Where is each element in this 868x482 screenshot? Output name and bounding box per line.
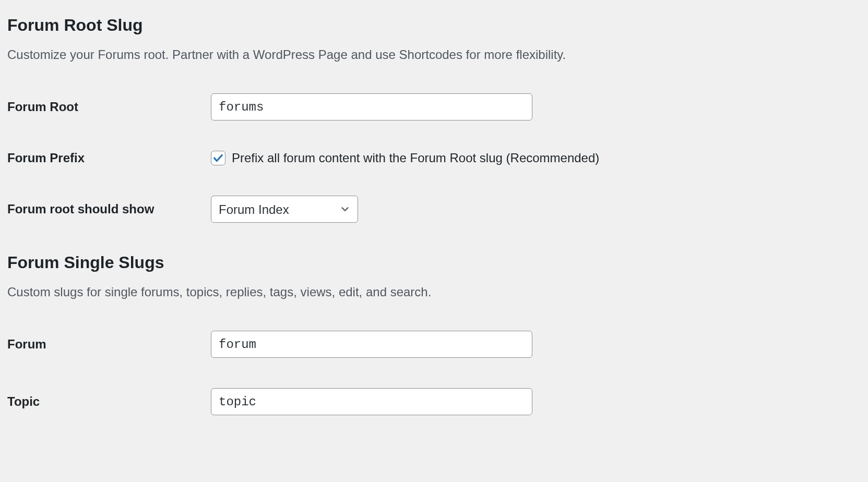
forum-prefix-control: Prefix all forum content with the Forum … [211, 151, 861, 165]
forum-root-label: Forum Root [7, 100, 211, 114]
section-description-single: Custom slugs for single forums, topics, … [7, 285, 861, 299]
form-row-forum-root: Forum Root [7, 93, 861, 121]
form-row-forum-prefix: Forum Prefix Prefix all forum content wi… [7, 151, 861, 165]
forum-single-slugs-section: Forum Single Slugs Custom slugs for sing… [7, 253, 861, 415]
topic-label: Topic [7, 394, 211, 409]
forum-root-slug-section: Forum Root Slug Customize your Forums ro… [7, 16, 861, 223]
topic-control [211, 388, 861, 415]
forum-root-control [211, 93, 861, 121]
form-row-forum: Forum [7, 331, 861, 358]
section-heading-single: Forum Single Slugs [7, 253, 861, 272]
forum-prefix-label: Forum Prefix [7, 151, 211, 165]
forum-input[interactable] [211, 331, 532, 358]
section-description-root: Customize your Forums root. Partner with… [7, 47, 861, 62]
check-icon [212, 152, 224, 164]
forum-label: Forum [7, 337, 211, 352]
forum-prefix-checkbox-wrapper[interactable]: Prefix all forum content with the Forum … [211, 151, 861, 165]
forum-root-input[interactable] [211, 93, 532, 121]
forum-control [211, 331, 861, 358]
form-row-topic: Topic [7, 388, 861, 415]
topic-input[interactable] [211, 388, 532, 415]
form-row-root-show: Forum root should show Forum Index [7, 196, 861, 223]
section-heading-root: Forum Root Slug [7, 16, 861, 35]
root-show-select[interactable]: Forum Index [211, 196, 358, 223]
root-show-select-wrapper: Forum Index [211, 196, 358, 223]
forum-prefix-checkbox-label: Prefix all forum content with the Forum … [232, 151, 599, 165]
forum-prefix-checkbox[interactable] [211, 151, 225, 165]
root-show-control: Forum Index [211, 196, 861, 223]
root-show-label: Forum root should show [7, 202, 211, 216]
